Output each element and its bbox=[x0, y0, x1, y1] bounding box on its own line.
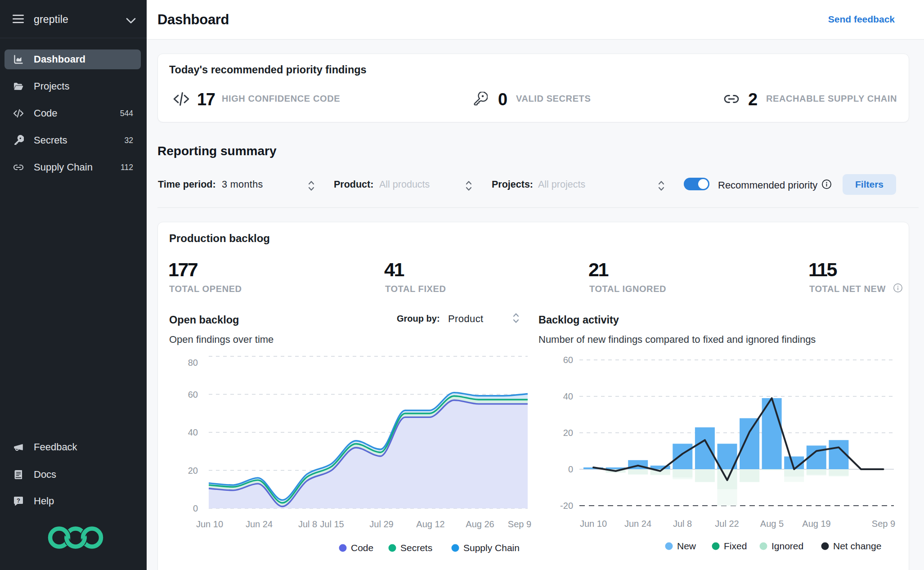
svg-text:Code: Code bbox=[351, 543, 373, 553]
svg-text:Jul 22: Jul 22 bbox=[715, 519, 739, 529]
svg-text:60: 60 bbox=[563, 355, 573, 365]
svg-text:Jun 24: Jun 24 bbox=[624, 519, 651, 529]
svg-text:Jul 8: Jul 8 bbox=[298, 519, 317, 529]
svg-text:Fixed: Fixed bbox=[724, 541, 747, 551]
svg-text:Sep 9: Sep 9 bbox=[508, 519, 531, 529]
svg-text:Secrets: Secrets bbox=[400, 543, 432, 553]
svg-text:20: 20 bbox=[563, 428, 573, 438]
svg-text:0: 0 bbox=[568, 464, 573, 474]
svg-text:Jun 10: Jun 10 bbox=[196, 519, 223, 529]
svg-text:Sep 9: Sep 9 bbox=[872, 519, 895, 529]
svg-text:Ignored: Ignored bbox=[771, 541, 803, 551]
svg-text:-20: -20 bbox=[560, 501, 573, 511]
svg-text:Jul 8: Jul 8 bbox=[673, 519, 692, 529]
svg-text:New: New bbox=[677, 541, 696, 551]
svg-text:40: 40 bbox=[563, 391, 573, 401]
svg-text:Net change: Net change bbox=[833, 541, 881, 551]
svg-text:Jun 24: Jun 24 bbox=[246, 519, 273, 529]
svg-text:Jul 15: Jul 15 bbox=[320, 519, 344, 529]
svg-text:40: 40 bbox=[188, 427, 198, 437]
svg-text:Aug 19: Aug 19 bbox=[802, 519, 830, 529]
svg-text:0: 0 bbox=[193, 503, 198, 513]
svg-text:Aug 12: Aug 12 bbox=[416, 519, 444, 529]
svg-text:Aug 26: Aug 26 bbox=[466, 519, 494, 529]
svg-text:Supply Chain: Supply Chain bbox=[463, 543, 520, 553]
svg-text:20: 20 bbox=[188, 466, 198, 476]
svg-text:?: ? bbox=[17, 497, 20, 504]
svg-text:Jul 29: Jul 29 bbox=[369, 519, 393, 529]
svg-text:60: 60 bbox=[188, 390, 198, 399]
svg-text:Aug 5: Aug 5 bbox=[760, 519, 784, 529]
svg-text:80: 80 bbox=[188, 358, 198, 368]
svg-text:Jun 10: Jun 10 bbox=[580, 519, 607, 529]
